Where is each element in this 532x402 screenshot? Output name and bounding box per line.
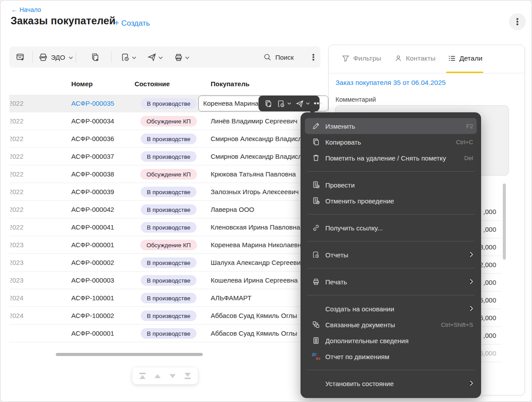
column-header-number[interactable]: Номер <box>71 80 93 88</box>
table-row[interactable]: 2024 АСФР-100001 В производстве АЛЬФАМАР… <box>9 289 320 307</box>
table-row[interactable]: 2023 АСФР-000002 В производстве Шалуха А… <box>9 254 320 272</box>
table-row[interactable]: 2022 АСФР-000042 В производстве Лаверна … <box>9 201 320 218</box>
row-reports-button[interactable] <box>276 100 293 108</box>
table-row[interactable]: 2022 АСФР-000038 Обсуждение КП Крюкова Т… <box>9 165 320 183</box>
person-icon <box>394 54 402 62</box>
go-previous-button[interactable] <box>150 368 165 384</box>
horizontal-scrollbar[interactable] <box>56 353 203 356</box>
table-row[interactable]: АСФР-000001 В производстве Аббасов Суад … <box>9 325 320 342</box>
menu-item-print[interactable]: Печать <box>301 274 481 290</box>
submenu-arrow-icon <box>470 251 473 259</box>
menu-item-related-documents[interactable]: Связанные документы Ctrl+Shift+S <box>301 317 481 333</box>
table-row[interactable]: 2023 АСФР-000001 Обсуждение КП Коренева … <box>9 236 320 254</box>
row-more-button[interactable]: ••• <box>313 100 324 107</box>
report-icon <box>121 53 130 62</box>
go-first-button[interactable] <box>135 368 150 384</box>
chevron-down-icon <box>185 53 189 61</box>
table-row[interactable]: 2022 АСФР-000034 Обсуждение КП Линёв Вла… <box>9 112 320 130</box>
customer-orders-page: ←Начало Заказы покупателей +Создать ЭДО <box>0 0 532 402</box>
print-button[interactable] <box>174 46 189 68</box>
status-badge: Обсуждение КП <box>140 169 197 180</box>
menu-item-reports[interactable]: Отчеты <box>301 247 481 263</box>
search-label: Поиск <box>275 54 294 61</box>
report-icon <box>277 100 285 108</box>
menu-item-unpost[interactable]: Отменить проведение <box>301 193 481 209</box>
status-badge: В производстве <box>141 328 197 339</box>
copy-button[interactable] <box>91 46 100 68</box>
menu-item-additional-info[interactable]: Дополнительные сведения <box>301 333 481 348</box>
menu-item-post[interactable]: Провести <box>301 177 481 193</box>
status-badge: В производстве <box>141 257 197 268</box>
menu-item-copy[interactable]: Копировать Ctrl+C <box>301 134 481 150</box>
order-document-link[interactable]: Заказ покупателя 35 от 06.04.2025 <box>335 79 446 87</box>
table-row[interactable]: 2022 АСФР-000037 В производстве Смирнов … <box>9 148 320 165</box>
edo-button[interactable]: ЭДО <box>39 46 73 68</box>
copy-icon <box>91 53 100 62</box>
details-list-icon <box>448 54 456 62</box>
table-row[interactable]: 2024 АСФР-100002 В производстве Аббасов … <box>9 307 320 325</box>
menu-item-movements-report[interactable]: ДтКт Отчет по движениям <box>301 348 481 364</box>
divider <box>32 51 33 63</box>
new-document-button[interactable] <box>15 46 25 68</box>
menu-item-get-link[interactable]: Получить ссылку... <box>301 220 481 236</box>
chevron-down-icon <box>158 53 163 61</box>
create-button[interactable]: +Создать <box>114 18 150 28</box>
status-badge: В производстве <box>141 204 197 215</box>
toolbar-more-button[interactable]: ⋮ <box>307 46 320 68</box>
plus-icon: + <box>114 18 119 27</box>
table-row[interactable]: 2022 АСФР-000036 В производстве Смирнов … <box>9 130 320 148</box>
menu-item-edit[interactable]: Изменить F2 <box>305 118 477 134</box>
table-row[interactable]: 2023 АСФР-000003 В производстве Кошелева… <box>9 272 320 289</box>
comment-label: Комментарий <box>335 96 376 103</box>
menu-item-set-state[interactable]: Установить состояние <box>301 375 481 391</box>
link-icon <box>312 223 320 232</box>
go-last-button[interactable] <box>180 368 195 384</box>
status-badge: В производстве <box>141 187 197 197</box>
chevron-down-icon <box>287 102 291 105</box>
context-menu: Изменить F2 Копировать Ctrl+C Пометить н… <box>301 112 481 398</box>
divider <box>307 295 474 295</box>
status-badge: Обсуждение КП <box>140 116 197 126</box>
menu-item-create-based-on[interactable]: Создать на основании <box>301 301 481 317</box>
go-next-button[interactable] <box>165 368 180 384</box>
report-icon <box>312 250 320 259</box>
tab-contacts[interactable]: Контакты <box>394 50 436 66</box>
filter-icon <box>342 54 350 62</box>
divider <box>76 51 76 63</box>
status-badge: Обсуждение КП <box>140 240 197 250</box>
column-header-buyer[interactable]: Покупатель <box>211 80 250 88</box>
reports-button[interactable] <box>121 46 136 68</box>
row-copy-button[interactable] <box>263 100 274 108</box>
table-row[interactable]: 2022 АСФР-000041 В производстве Кленовск… <box>9 218 320 236</box>
unpost-document-icon <box>312 196 320 205</box>
status-badge: В производстве <box>141 134 197 144</box>
status-badge: В производстве <box>141 222 197 233</box>
divider <box>307 214 474 214</box>
divider <box>307 241 474 241</box>
new-document-icon <box>15 52 25 62</box>
send-icon <box>296 100 304 108</box>
back-link[interactable]: ←Начало <box>11 6 41 13</box>
status-badge: В производстве <box>141 98 197 109</box>
send-button[interactable] <box>147 46 163 68</box>
page-menu-button[interactable] <box>509 13 526 30</box>
submenu-arrow-icon <box>470 305 473 313</box>
panel-tabs: Фильтры Контакты Детали <box>329 50 524 67</box>
print-icon <box>312 277 320 286</box>
tab-details[interactable]: Детали <box>448 50 482 66</box>
menu-item-mark-deletion[interactable]: Пометить на удаление / Снять пометку Del <box>301 150 481 166</box>
status-badge: В производстве <box>141 310 197 321</box>
column-header-status[interactable]: Состояние <box>135 80 170 88</box>
search-button[interactable]: Поиск <box>263 46 296 68</box>
tab-filters[interactable]: Фильтры <box>342 50 381 66</box>
row-send-button[interactable] <box>294 100 311 108</box>
divider <box>111 51 112 63</box>
related-documents-icon <box>312 320 320 329</box>
table-row[interactable]: 2022 АСФР-000039 В производстве Залозных… <box>9 183 320 201</box>
order-number-link[interactable]: АСФР-000035 <box>71 95 114 112</box>
pencil-icon <box>312 122 320 130</box>
pagination-panel <box>132 368 198 384</box>
list-toolbar: ЭДО Поиск ⋮ <box>9 46 320 68</box>
vertical-scrollbar[interactable] <box>503 184 506 260</box>
print-icon <box>174 53 183 62</box>
